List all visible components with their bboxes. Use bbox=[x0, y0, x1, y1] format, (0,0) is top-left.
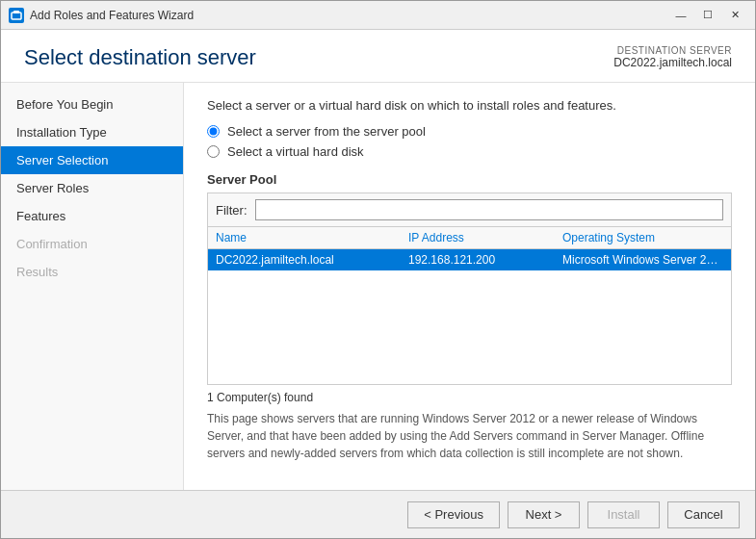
maximize-button[interactable]: ☐ bbox=[695, 6, 720, 25]
sidebar: Before You BeginInstallation TypeServer … bbox=[1, 83, 184, 490]
svg-rect-1 bbox=[13, 11, 19, 13]
wizard-header: Select destination server DESTINATION SE… bbox=[1, 30, 755, 83]
previous-button[interactable]: < Previous bbox=[407, 501, 500, 528]
window-controls: — ☐ ✕ bbox=[668, 6, 747, 25]
window-title: Add Roles and Features Wizard bbox=[30, 9, 668, 22]
radio-vhd[interactable]: Select a virtual hard disk bbox=[207, 144, 732, 159]
main-panel: Select a server or a virtual hard disk o… bbox=[184, 83, 755, 490]
server-pool-panel: Filter: Name IP Address Operating System… bbox=[207, 192, 732, 385]
radio-vhd-input[interactable] bbox=[207, 145, 220, 158]
wizard-window: Add Roles and Features Wizard — ☐ ✕ Sele… bbox=[0, 0, 756, 539]
row-name: DC2022.jamiltech.local bbox=[216, 253, 408, 267]
sidebar-item-confirmation: Confirmation bbox=[1, 230, 183, 258]
sidebar-item-installation-type[interactable]: Installation Type bbox=[1, 118, 183, 146]
radio-group: Select a server from the server pool Sel… bbox=[207, 124, 732, 159]
wizard-footer: < Previous Next > Install Cancel bbox=[1, 490, 755, 538]
radio-server-pool[interactable]: Select a server from the server pool bbox=[207, 124, 732, 139]
server-pool-title: Server Pool bbox=[207, 172, 732, 187]
destination-server-value: DC2022.jamiltech.local bbox=[613, 56, 732, 69]
cancel-button[interactable]: Cancel bbox=[667, 501, 740, 528]
col-ip[interactable]: IP Address bbox=[408, 231, 562, 244]
filter-bar: Filter: bbox=[208, 193, 731, 227]
titlebar: Add Roles and Features Wizard — ☐ ✕ bbox=[1, 1, 755, 30]
radio-server-pool-label: Select a server from the server pool bbox=[227, 124, 426, 139]
destination-server-label: DESTINATION SERVER bbox=[613, 45, 732, 56]
filter-label: Filter: bbox=[216, 203, 248, 218]
page-description: This page shows servers that are running… bbox=[207, 410, 732, 462]
col-name[interactable]: Name bbox=[216, 231, 408, 244]
close-button[interactable]: ✕ bbox=[722, 6, 747, 25]
main-description: Select a server or a virtual hard disk o… bbox=[207, 98, 732, 113]
row-os: Microsoft Windows Server 2022 Standard E… bbox=[562, 253, 723, 267]
col-os[interactable]: Operating System bbox=[562, 231, 723, 244]
table-body: DC2022.jamiltech.local 192.168.121.200 M… bbox=[208, 249, 731, 384]
install-button[interactable]: Install bbox=[587, 501, 660, 528]
radio-vhd-label: Select a virtual hard disk bbox=[227, 144, 364, 159]
computers-found: 1 Computer(s) found bbox=[207, 391, 732, 404]
minimize-button[interactable]: — bbox=[668, 6, 693, 25]
app-icon bbox=[9, 8, 24, 23]
sidebar-item-server-selection[interactable]: Server Selection bbox=[1, 146, 183, 174]
sidebar-item-before-you-begin[interactable]: Before You Begin bbox=[1, 90, 183, 118]
sidebar-item-results: Results bbox=[1, 258, 183, 286]
filter-input[interactable] bbox=[255, 199, 724, 220]
destination-server-info: DESTINATION SERVER DC2022.jamiltech.loca… bbox=[613, 45, 732, 69]
radio-server-pool-input[interactable] bbox=[207, 125, 220, 138]
svg-rect-0 bbox=[12, 13, 21, 19]
next-button[interactable]: Next > bbox=[508, 501, 580, 528]
table-header: Name IP Address Operating System bbox=[208, 227, 731, 249]
sidebar-item-server-roles[interactable]: Server Roles bbox=[1, 174, 183, 202]
row-ip: 192.168.121.200 bbox=[408, 253, 562, 267]
table-row[interactable]: DC2022.jamiltech.local 192.168.121.200 M… bbox=[208, 249, 731, 270]
wizard-content: Before You BeginInstallation TypeServer … bbox=[1, 83, 755, 490]
page-title: Select destination server bbox=[24, 45, 256, 70]
sidebar-item-features[interactable]: Features bbox=[1, 202, 183, 230]
